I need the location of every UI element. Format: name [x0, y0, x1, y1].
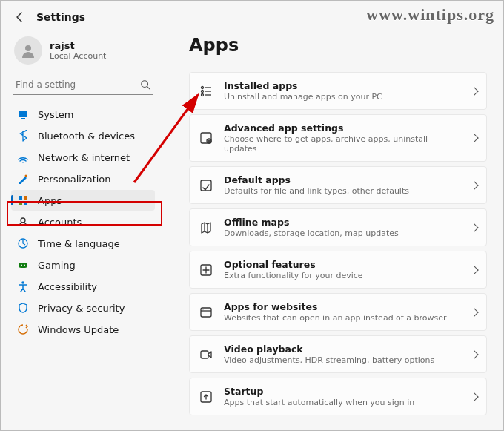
svg-rect-4 [21, 118, 25, 119]
sidebar-item-label: Apps [38, 195, 62, 206]
sidebar-item-personalization[interactable]: Personalization [11, 168, 155, 189]
system-icon [17, 108, 29, 120]
accessibility-icon [17, 280, 29, 292]
card-default[interactable]: Default appsDefaults for file and link t… [189, 166, 487, 204]
card-sub: Websites that can open in an app instead… [224, 313, 461, 323]
user-account[interactable]: rajst Local Account [11, 32, 155, 75]
svg-point-18 [202, 90, 204, 92]
search-box[interactable] [13, 75, 153, 95]
main-content: Apps Installed appsUninstall and manage … [162, 26, 503, 415]
svg-rect-3 [19, 111, 27, 117]
sidebar-item-system[interactable]: System [11, 104, 155, 125]
chevron-right-icon [470, 392, 478, 401]
chevron-right-icon [470, 350, 478, 358]
sidebar-item-accessibility[interactable]: Accessibility [11, 276, 155, 297]
svg-rect-9 [24, 201, 27, 205]
svg-rect-22 [201, 133, 211, 143]
chevron-right-icon [470, 87, 478, 95]
card-sub: Defaults for file and link types, other … [224, 186, 461, 196]
sidebar-item-network[interactable]: Network & internet [11, 147, 155, 168]
svg-line-2 [147, 87, 150, 90]
card-sub: Video adjustments, HDR streaming, batter… [224, 355, 461, 365]
search-input[interactable] [16, 79, 140, 90]
card-title: Installed apps [224, 80, 461, 91]
card-title: Default apps [224, 174, 461, 185]
avatar [14, 36, 42, 65]
svg-rect-7 [24, 196, 27, 200]
svg-point-13 [21, 265, 22, 266]
advanced-icon [199, 131, 213, 145]
svg-rect-29 [201, 351, 208, 358]
sidebar-item-label: Network & internet [38, 152, 130, 163]
privacy-icon [17, 302, 29, 314]
sidebar-item-label: Bluetooth & devices [38, 131, 135, 142]
card-title: Optional features [224, 259, 461, 270]
personalization-icon [17, 173, 29, 185]
card-optional[interactable]: Optional featuresExtra functionality for… [189, 251, 487, 289]
chevron-right-icon [470, 266, 478, 274]
card-title: Startup [224, 386, 461, 397]
sidebar-item-label: Accessibility [38, 281, 97, 292]
sidebar-item-label: Gaming [38, 260, 76, 271]
bluetooth-icon [17, 130, 29, 142]
sidebar-item-gaming[interactable]: Gaming [11, 254, 155, 275]
card-sub: Choose where to get apps, archive apps, … [224, 134, 461, 154]
back-button[interactable] [14, 11, 26, 23]
svg-point-15 [21, 281, 24, 284]
card-sub: Apps that start automatically when you s… [224, 398, 461, 407]
sidebar-item-update[interactable]: Windows Update [11, 319, 155, 340]
svg-point-1 [142, 81, 148, 88]
card-title: Offline maps [224, 217, 461, 228]
svg-point-20 [202, 93, 204, 96]
chevron-right-icon [470, 223, 478, 231]
watermark: www.wintips.org [366, 5, 494, 24]
sidebar-item-label: Accounts [38, 217, 82, 228]
sidebar-item-label: Windows Update [38, 324, 119, 335]
card-sub: Uninstall and manage apps on your PC [224, 92, 461, 102]
sidebar-item-privacy[interactable]: Privacy & security [11, 297, 155, 318]
installed-icon [199, 84, 213, 99]
card-sub: Downloads, storage location, map updates [224, 228, 461, 238]
time-icon [17, 237, 29, 249]
default-icon [199, 178, 213, 193]
svg-point-14 [24, 265, 25, 266]
search-icon [140, 79, 150, 90]
card-installed[interactable]: Installed appsUninstall and manage apps … [189, 72, 487, 110]
apps-icon [17, 194, 29, 206]
optional-icon [199, 263, 213, 277]
card-title: Apps for websites [224, 301, 461, 312]
sidebar-item-label: Time & language [38, 238, 120, 249]
update-icon [17, 323, 29, 335]
maps-icon [199, 220, 213, 235]
svg-rect-8 [19, 201, 22, 205]
page-title: Apps [189, 35, 487, 56]
svg-point-0 [25, 45, 31, 51]
card-advanced[interactable]: Advanced app settingsChoose where to get… [189, 114, 487, 162]
video-icon [199, 347, 213, 362]
svg-point-10 [21, 218, 25, 223]
sidebar-item-accounts[interactable]: Accounts [11, 211, 155, 232]
card-sub: Extra functionality for your device [224, 271, 461, 280]
sidebar-item-label: Personalization [38, 174, 111, 185]
sidebar-item-time[interactable]: Time & language [11, 233, 155, 254]
card-title: Advanced app settings [224, 122, 461, 134]
sidebar: rajst Local Account SystemBluetooth & de… [1, 26, 162, 415]
svg-point-16 [202, 86, 204, 88]
websites-icon [199, 305, 213, 320]
sidebar-item-apps[interactable]: Apps [11, 190, 155, 211]
svg-rect-26 [201, 308, 211, 317]
accounts-icon [17, 216, 29, 228]
window-title: Settings [36, 11, 85, 23]
sidebar-item-label: Privacy & security [38, 303, 125, 314]
chevron-right-icon [470, 181, 478, 189]
user-name: rajst [50, 40, 106, 51]
chevron-right-icon [470, 308, 478, 316]
card-startup[interactable]: StartupApps that start automatically whe… [189, 378, 487, 415]
card-websites[interactable]: Apps for websitesWebsites that can open … [189, 293, 487, 331]
card-video[interactable]: Video playbackVideo adjustments, HDR str… [189, 335, 487, 373]
sidebar-item-label: System [38, 109, 73, 120]
chevron-right-icon [470, 134, 478, 142]
sidebar-item-bluetooth[interactable]: Bluetooth & devices [11, 125, 155, 146]
startup-icon [199, 389, 213, 404]
card-maps[interactable]: Offline mapsDownloads, storage location,… [189, 208, 487, 246]
